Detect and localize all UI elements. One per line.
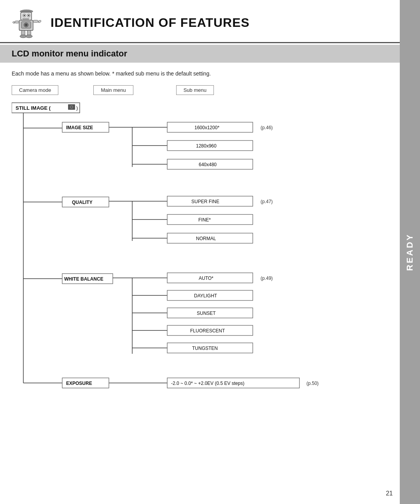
- svg-text:(p.46): (p.46): [261, 125, 273, 130]
- svg-text:NORMAL: NORMAL: [196, 236, 216, 241]
- svg-text:1600x1200*: 1600x1200*: [194, 125, 219, 130]
- svg-rect-12: [15, 21, 19, 23]
- col-header-sub: Sub menu: [176, 85, 214, 95]
- sidebar: READY: [400, 0, 420, 504]
- column-headers: Camera mode Main menu Sub menu: [12, 85, 388, 95]
- svg-text:(p.49): (p.49): [261, 276, 273, 281]
- svg-text:-2.0 ~ 0.0* ~ +2.0EV (0.5 EV s: -2.0 ~ 0.0* ~ +2.0EV (0.5 EV steps): [171, 381, 244, 386]
- svg-text:(p.47): (p.47): [261, 199, 273, 204]
- svg-point-5: [24, 15, 25, 16]
- svg-rect-13: [33, 20, 38, 23]
- intro-paragraph: Each mode has a menu as shown below. * m…: [12, 70, 388, 77]
- svg-text:DAYLIGHT: DAYLIGHT: [194, 293, 217, 299]
- svg-text:SUNSET: SUNSET: [197, 311, 216, 316]
- svg-text:TUNGSTEN: TUNGSTEN: [192, 346, 218, 351]
- main-content: IDENTIFICATION OF FEATURES LCD monitor m…: [0, 0, 400, 402]
- svg-text:SUPER FINE: SUPER FINE: [191, 199, 219, 204]
- svg-text:WHITE BALANCE: WHITE BALANCE: [64, 276, 103, 282]
- svg-point-6: [28, 15, 30, 16]
- svg-point-11: [25, 24, 27, 26]
- svg-text:IMAGE SIZE: IMAGE SIZE: [66, 125, 93, 130]
- svg-text:(p.50): (p.50): [306, 381, 318, 386]
- svg-text:EXPOSURE: EXPOSURE: [66, 381, 92, 386]
- svg-text:AUTO*: AUTO*: [199, 276, 214, 281]
- col-header-camera: Camera mode: [12, 85, 58, 95]
- section-title: LCD monitor menu indicator: [12, 49, 127, 58]
- col-header-main: Main menu: [93, 85, 133, 95]
- sidebar-label: READY: [405, 233, 415, 271]
- svg-text:640x480: 640x480: [199, 162, 217, 167]
- svg-point-16: [20, 35, 26, 38]
- svg-point-22: [71, 106, 73, 108]
- svg-text:QUALITY: QUALITY: [72, 200, 93, 205]
- svg-text:STILL IMAGE (: STILL IMAGE (: [16, 105, 51, 111]
- page-title: IDENTIFICATION OF FEATURES: [51, 16, 250, 30]
- svg-text:FLUORESCENT: FLUORESCENT: [190, 328, 225, 334]
- svg-text:FINE*: FINE*: [198, 217, 211, 223]
- page-number: 21: [386, 490, 393, 497]
- content-body: Each mode has a menu as shown below. * m…: [0, 63, 400, 402]
- svg-rect-1: [23, 10, 30, 12]
- svg-rect-7: [23, 18, 29, 20]
- section-header: LCD monitor menu indicator: [0, 45, 400, 63]
- svg-text:): ): [76, 105, 78, 111]
- mascot-icon: [12, 7, 43, 38]
- menu-tree-svg: STILL IMAGE ( ) IMAGE SIZE: [12, 99, 393, 395]
- header: IDENTIFICATION OF FEATURES: [0, 0, 400, 43]
- svg-point-17: [26, 35, 32, 38]
- svg-text:1280x960: 1280x960: [196, 143, 217, 149]
- menu-diagram: Camera mode Main menu Sub menu STILL IMA…: [12, 85, 388, 395]
